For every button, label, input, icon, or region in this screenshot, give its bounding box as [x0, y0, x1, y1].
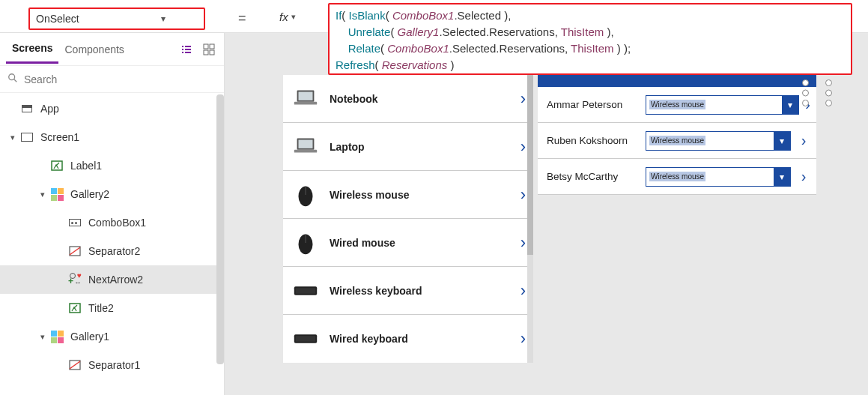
svg-rect-17: [294, 149, 317, 152]
reservation-row: Ruben KokshoornWireless mouse▾›: [538, 123, 816, 159]
svg-rect-13: [299, 91, 313, 100]
product-row[interactable]: Wired mouse›: [283, 219, 532, 267]
reservation-name: Betsy McCarthy: [547, 171, 646, 182]
chevron-right-icon[interactable]: ›: [521, 137, 526, 157]
gallery-products: Notebook›Laptop›Wireless mouse›Wired mou…: [283, 75, 532, 363]
expand-toggle-icon[interactable]: ▾: [36, 190, 49, 199]
combobox-value: Wireless mouse: [646, 132, 774, 150]
svg-rect-2: [204, 50, 208, 55]
product-combobox[interactable]: Wireless mouse▾: [646, 131, 791, 151]
tree-node-gallery1[interactable]: ▾Gallery1: [0, 322, 224, 351]
grid-view-icon[interactable]: [200, 40, 218, 58]
selection-handles[interactable]: [802, 79, 832, 106]
tree-node-separator1[interactable]: Separator1: [0, 351, 224, 379]
product-title: Notebook: [330, 93, 521, 105]
tree-node-label: ComboBox1: [88, 217, 146, 229]
tree-node-screen1[interactable]: ▾Screen1: [0, 123, 224, 151]
next-arrow-icon[interactable]: ›: [797, 132, 810, 149]
tree-view: App▾Screen1Label1▾Gallery2ComboBox1Separ…: [0, 94, 224, 395]
list-view-icon[interactable]: [177, 40, 195, 58]
product-combobox[interactable]: Wireless mouse▾: [646, 167, 791, 187]
chevron-right-icon[interactable]: ›: [521, 329, 526, 349]
tab-screens[interactable]: Screens: [6, 34, 58, 64]
tree-node-label: App: [40, 103, 59, 115]
next-arrow-icon[interactable]: ›: [797, 168, 810, 185]
svg-line-8: [70, 247, 80, 255]
scrollbar[interactable]: [527, 75, 533, 363]
product-thumbnail: [291, 180, 321, 210]
reservation-name: Ruben Kokshoorn: [547, 135, 646, 146]
reservations-header: [538, 75, 816, 87]
chevron-right-icon[interactable]: ›: [521, 185, 526, 205]
reservation-row: Ammar PetersonWireless mouse▾›: [538, 87, 816, 123]
product-row[interactable]: Wireless keyboard›: [283, 267, 532, 315]
tree-node-label: Gallery1: [70, 331, 109, 343]
svg-rect-3: [210, 50, 214, 55]
tree-node-app[interactable]: App: [0, 94, 224, 123]
chevron-down-icon[interactable]: ▾: [782, 96, 798, 114]
tree-node-label: NextArrow2: [88, 274, 143, 286]
svg-rect-25: [296, 336, 316, 342]
svg-line-11: [70, 361, 80, 369]
svg-line-5: [14, 79, 17, 82]
product-title: Laptop: [330, 141, 521, 153]
chevron-down-icon[interactable]: ▾: [774, 132, 790, 150]
product-thumbnail: [291, 324, 321, 354]
chevron-right-icon[interactable]: ›: [521, 281, 526, 301]
tree-node-label: Screen1: [40, 131, 79, 143]
expand-toggle-icon[interactable]: ▾: [6, 133, 19, 142]
product-thumbnail: [291, 84, 321, 114]
tree-node-label: Separator2: [88, 245, 140, 257]
tree-node-combobox1[interactable]: ComboBox1: [0, 208, 224, 237]
product-row[interactable]: Wireless mouse›: [283, 171, 532, 219]
product-row[interactable]: Laptop›: [283, 123, 532, 171]
product-title: Wired keyboard: [330, 333, 521, 345]
tree-node-label: Gallery2: [70, 188, 109, 200]
svg-rect-23: [296, 288, 316, 294]
expand-toggle-icon[interactable]: ▾: [36, 332, 49, 342]
design-canvas: Notebook›Laptop›Wireless mouse›Wired mou…: [225, 75, 868, 395]
property-selector[interactable]: OnSelect ▾: [28, 7, 205, 30]
tree-node-label: Title2: [88, 302, 114, 314]
tree-node-separator2[interactable]: Separator2: [0, 237, 224, 265]
property-name: OnSelect: [30, 13, 117, 25]
tree-node-nextarrow2[interactable]: ♥+↔NextArrow2: [0, 265, 224, 294]
formula-bar[interactable]: If( IsBlank( ComboBox1.Selected ), Unrel…: [328, 3, 852, 75]
product-row[interactable]: Notebook›: [283, 75, 532, 123]
svg-rect-1: [210, 44, 214, 49]
svg-rect-16: [299, 139, 313, 148]
combobox-value: Wireless mouse: [646, 168, 774, 186]
chevron-right-icon[interactable]: ›: [521, 233, 526, 253]
chevron-down-icon[interactable]: ▾: [774, 168, 790, 186]
tree-node-label: Separator1: [88, 359, 140, 371]
equals-label: =: [238, 10, 246, 26]
product-thumbnail: [291, 276, 321, 306]
svg-rect-14: [294, 101, 317, 104]
product-title: Wireless keyboard: [330, 285, 521, 297]
product-title: Wired mouse: [330, 237, 521, 249]
product-title: Wireless mouse: [330, 189, 521, 201]
tree-node-label: Label1: [70, 160, 102, 172]
product-thumbnail: [291, 132, 321, 162]
fx-label[interactable]: fx ▾: [279, 10, 296, 23]
tree-search: [0, 66, 224, 93]
product-thumbnail: [291, 228, 321, 258]
chevron-right-icon[interactable]: ›: [521, 89, 526, 109]
scrollbar[interactable]: [216, 94, 224, 364]
gallery-reservations: Ammar PetersonWireless mouse▾›Ruben Koks…: [538, 87, 816, 195]
reservation-name: Ammar Peterson: [547, 99, 646, 110]
tab-components[interactable]: Components: [58, 36, 130, 63]
tree-node-label1[interactable]: Label1: [0, 151, 224, 180]
panel-tabs: Screens Components: [0, 33, 224, 66]
reservation-row: Betsy McCarthyWireless mouse▾›: [538, 159, 816, 195]
product-combobox[interactable]: Wireless mouse▾: [646, 95, 799, 115]
chevron-down-icon: ▾: [291, 12, 296, 22]
tree-node-gallery2[interactable]: ▾Gallery2: [0, 180, 224, 208]
search-icon: [7, 73, 18, 86]
chevron-down-icon: ▾: [117, 13, 204, 24]
search-input[interactable]: [24, 73, 216, 85]
product-row[interactable]: Wired keyboard›: [283, 315, 532, 363]
svg-rect-0: [204, 44, 208, 49]
tree-node-title2[interactable]: Title2: [0, 294, 224, 322]
tree-panel: Screens Components App▾Screen1Label1▾Gal…: [0, 33, 225, 395]
